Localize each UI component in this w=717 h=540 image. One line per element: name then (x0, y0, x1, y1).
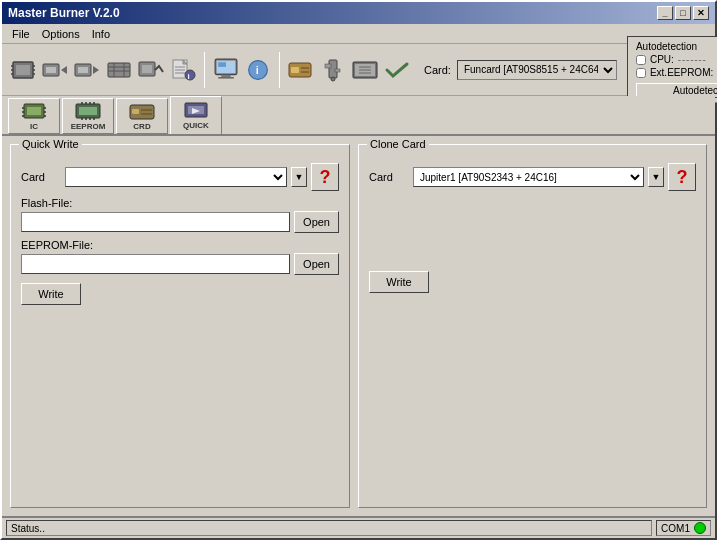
status-bar: Status.. COM1 (2, 516, 715, 538)
autodetect-title: Autodetection (636, 41, 717, 52)
cc-write-button[interactable]: Write (369, 271, 429, 293)
qw-eeprom-row: Open (21, 253, 339, 275)
card-icon (287, 56, 315, 84)
read-icon (41, 56, 69, 84)
tab-quick[interactable]: QUICK (170, 96, 222, 134)
toolbar-btn-4[interactable] (104, 52, 134, 88)
menu-bar: File Options Info (2, 24, 715, 44)
prog-icon (351, 56, 379, 84)
toolbar-btn-10[interactable] (382, 52, 412, 88)
toolbar-sep-1 (204, 52, 205, 88)
ext-eeprom-row: Ext.EEPROM: - - - - (636, 67, 717, 78)
qw-flash-label: Flash-File: (21, 197, 339, 209)
toolbar-btn-3[interactable] (72, 52, 102, 88)
ext-eeprom-label: Ext.EEPROM: (650, 67, 713, 78)
tab-ic-icon (20, 102, 48, 122)
main-content: Quick Write Card ▼ ? Flash-File: Open (2, 136, 715, 516)
cpu-row: CPU: - - - - - - - (636, 54, 717, 65)
quick-write-title: Quick Write (19, 138, 82, 150)
toolbar-btn-8[interactable] (318, 52, 348, 88)
toolbar-btn-2[interactable] (40, 52, 70, 88)
toolbar-sep-2 (279, 52, 280, 88)
qw-flash-section: Flash-File: Open (21, 197, 339, 233)
autodetect-panel: Autodetection CPU: - - - - - - - Ext.EEP… (627, 36, 717, 103)
tab-ic[interactable]: IC (8, 98, 60, 134)
svg-rect-20 (142, 65, 152, 73)
qw-write-row: Write (21, 283, 339, 305)
file-icon: i (169, 56, 197, 84)
svg-point-26 (185, 70, 195, 80)
toolbar-btn-9[interactable] (350, 52, 380, 88)
minimize-button[interactable]: _ (657, 6, 673, 20)
svg-rect-70 (132, 109, 139, 114)
tab-eeprom-label: EEPROM (71, 122, 106, 131)
cpu-dots: - - - - - - - (678, 54, 705, 65)
svg-rect-1 (16, 65, 30, 75)
quick-write-group: Quick Write Card ▼ ? Flash-File: Open (10, 144, 350, 508)
svg-marker-10 (61, 66, 67, 74)
card-selector-dropdown[interactable]: Funcard [AT90S8515 + 24C64] (457, 60, 617, 80)
svg-text:i: i (256, 63, 259, 75)
qw-help-button[interactable]: ? (311, 163, 339, 191)
qw-flash-row: Open (21, 211, 339, 233)
card-selector-label: Card: (424, 64, 451, 76)
qw-eeprom-section: EEPROM-File: Open (21, 239, 339, 275)
info-icon: i (244, 56, 272, 84)
menu-options[interactable]: Options (36, 27, 86, 41)
tab-ic-label: IC (30, 122, 38, 131)
qw-flash-open-btn[interactable]: Open (294, 211, 339, 233)
status-text: Status.. (6, 520, 652, 536)
toolbar-btn-5[interactable] (136, 52, 166, 88)
close-button[interactable]: ✕ (693, 6, 709, 20)
menu-info[interactable]: Info (86, 27, 116, 41)
main-window: Master Burner V.2.0 _ □ ✕ File Options I… (0, 0, 717, 540)
tab-crd-label: CRD (133, 122, 150, 131)
check-icon (383, 56, 411, 84)
toolbar-btn-6[interactable]: i (168, 52, 198, 88)
cpu-label: CPU: (650, 54, 674, 65)
cc-card-row: Card Jupiter1 [AT90S2343 + 24C16] ▼ ? (369, 163, 696, 191)
cc-help-button[interactable]: ? (668, 163, 696, 191)
svg-text:i: i (188, 71, 190, 80)
svg-rect-12 (78, 67, 88, 73)
qw-flash-input[interactable] (21, 212, 290, 232)
title-bar: Master Burner V.2.0 _ □ ✕ (2, 2, 715, 24)
window-title: Master Burner V.2.0 (8, 6, 120, 20)
clone-card-panel: Clone Card Card Jupiter1 [AT90S2343 + 24… (358, 144, 707, 508)
svg-rect-14 (108, 63, 130, 77)
svg-marker-13 (93, 66, 99, 74)
verify-icon (137, 56, 165, 84)
cpu-checkbox[interactable] (636, 55, 646, 65)
svg-rect-43 (325, 64, 331, 68)
tab-crd-icon (128, 102, 156, 122)
ext-eeprom-checkbox[interactable] (636, 68, 646, 78)
tab-quick-icon (182, 101, 210, 121)
clone-card-title: Clone Card (367, 138, 429, 150)
toolbar-btn-1[interactable] (8, 52, 38, 88)
cc-write-row: Write (369, 271, 696, 293)
toolbar-btn-7[interactable] (286, 52, 316, 88)
maximize-button[interactable]: □ (675, 6, 691, 20)
com-led (694, 522, 706, 534)
com-label: COM1 (661, 523, 690, 534)
qw-card-dropdown[interactable] (65, 167, 287, 187)
toolbar-computer[interactable] (211, 52, 241, 88)
qw-card-label: Card (21, 171, 61, 183)
qw-eeprom-open-btn[interactable]: Open (294, 253, 339, 275)
tab-bar: IC EEPROM CRD (2, 96, 715, 136)
qw-write-button[interactable]: Write (21, 283, 81, 305)
card-selector-area: Card: Funcard [AT90S8515 + 24C64] (424, 60, 617, 80)
svg-point-45 (331, 77, 335, 81)
com-status: COM1 (656, 520, 711, 536)
tab-eeprom[interactable]: EEPROM (62, 98, 114, 134)
toolbar-info[interactable]: i (243, 52, 273, 88)
cc-card-dropdown[interactable]: Jupiter1 [AT90S2343 + 24C16] (413, 167, 644, 187)
qw-card-dropdown-arrow[interactable]: ▼ (291, 167, 307, 187)
cc-card-dropdown-arrow[interactable]: ▼ (648, 167, 664, 187)
qw-eeprom-input[interactable] (21, 254, 290, 274)
tab-crd[interactable]: CRD (116, 98, 168, 134)
svg-rect-39 (291, 67, 299, 73)
svg-rect-9 (46, 67, 56, 73)
svg-rect-52 (27, 107, 41, 115)
menu-file[interactable]: File (6, 27, 36, 41)
